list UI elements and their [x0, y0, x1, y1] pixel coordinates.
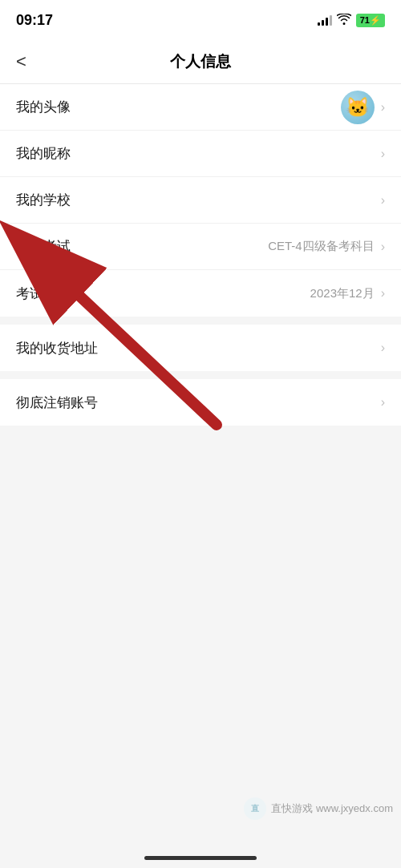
exam-time-value: 2023年12月	[310, 286, 375, 301]
avatar-label: 我的头像	[16, 98, 71, 116]
avatar-right: 🐱 ›	[341, 91, 385, 124]
exam-type-item[interactable]: 目标考试 CET-4四级备考科目 ›	[0, 224, 401, 270]
school-right: ›	[381, 193, 385, 208]
watermark: 直 直快游戏 www.jxyedx.com	[244, 797, 393, 820]
exam-type-label: 目标考试	[16, 237, 71, 256]
delete-account-right: ›	[381, 395, 385, 410]
content: 我的头像 🐱 › 我的昵称 › 我的学校 › 目标考试 CET-4四级备考科目	[0, 84, 401, 426]
nickname-label: 我的昵称	[16, 144, 71, 163]
status-icons: 71⚡	[318, 14, 385, 27]
exam-type-value: CET-4四级备考科目	[268, 239, 375, 254]
battery-icon: 71⚡	[356, 14, 385, 27]
avatar-item[interactable]: 我的头像 🐱 ›	[0, 84, 401, 131]
shipping-label: 我的收货地址	[16, 339, 98, 357]
delete-account-item[interactable]: 彻底注销账号 ›	[0, 379, 401, 426]
shipping-item[interactable]: 我的收货地址 ›	[0, 325, 401, 371]
signal-icon	[318, 14, 332, 26]
chevron-icon: ›	[381, 240, 385, 254]
chevron-icon: ›	[381, 193, 385, 208]
status-bar: 09:17 71⚡	[0, 0, 401, 40]
exam-time-item[interactable]: 考试时间 2023年12月 ›	[0, 270, 401, 317]
wifi-icon	[337, 14, 351, 27]
status-time: 09:17	[16, 12, 53, 29]
chevron-icon: ›	[381, 100, 385, 115]
exam-time-right: 2023年12月 ›	[310, 286, 385, 301]
chevron-icon: ›	[381, 286, 385, 301]
nav-bar: < 个人信息	[0, 40, 401, 84]
chevron-icon: ›	[381, 147, 385, 161]
nickname-item[interactable]: 我的昵称 ›	[0, 131, 401, 177]
delete-account-label: 彻底注销账号	[16, 394, 98, 412]
watermark-logo: 直	[244, 797, 266, 820]
profile-section: 我的头像 🐱 › 我的昵称 › 我的学校 › 目标考试 CET-4四级备考科目	[0, 84, 401, 317]
exam-time-label: 考试时间	[16, 285, 71, 303]
watermark-text: 直快游戏 www.jxyedx.com	[271, 801, 393, 816]
exam-type-right: CET-4四级备考科目 ›	[268, 239, 385, 254]
address-section: 我的收货地址 ›	[0, 325, 401, 371]
home-indicator	[144, 856, 257, 860]
back-button[interactable]: <	[16, 51, 26, 72]
nickname-right: ›	[381, 147, 385, 161]
school-label: 我的学校	[16, 191, 71, 209]
shipping-right: ›	[381, 341, 385, 355]
avatar: 🐱	[341, 91, 375, 124]
chevron-icon: ›	[381, 395, 385, 410]
page-title: 个人信息	[170, 51, 231, 72]
chevron-icon: ›	[381, 341, 385, 355]
school-item[interactable]: 我的学校 ›	[0, 177, 401, 224]
account-section: 彻底注销账号 ›	[0, 379, 401, 426]
